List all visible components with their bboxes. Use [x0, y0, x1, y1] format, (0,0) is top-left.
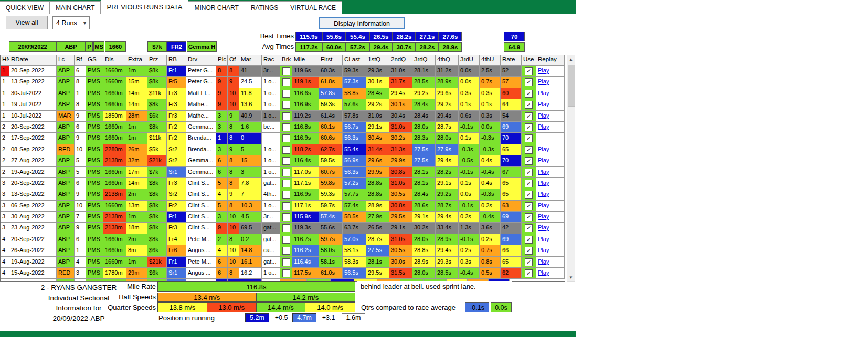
- table-cell: 9: [216, 88, 228, 99]
- use-checkbox[interactable]: ✓: [525, 112, 533, 120]
- use-checkbox[interactable]: ✓: [525, 134, 533, 142]
- scrollbar-thumb[interactable]: [568, 65, 575, 107]
- brk-checkbox[interactable]: [282, 180, 290, 187]
- column-header-4thq: 4thQ: [436, 55, 459, 66]
- brk-checkbox[interactable]: [282, 134, 290, 142]
- table-cell: 8: [75, 99, 86, 110]
- table-cell: 57.4s: [319, 212, 343, 223]
- use-checkbox[interactable]: ✓: [525, 191, 533, 199]
- runs-select[interactable]: 4 Runs ▾: [52, 16, 90, 29]
- tab-minor-chart[interactable]: MINOR CHART: [188, 1, 245, 14]
- column-header-prz: Prz: [147, 55, 167, 66]
- play-link[interactable]: Play: [538, 247, 549, 253]
- table-cell: PMS: [86, 234, 103, 245]
- tab-previous-runs-data[interactable]: PREVIOUS RUNS DATA: [101, 0, 188, 14]
- avg-time-cell: 117.2s: [295, 42, 322, 52]
- brk-checkbox[interactable]: [282, 101, 290, 109]
- scroll-down-icon[interactable]: ▼: [567, 273, 575, 281]
- use-checkbox[interactable]: ✓: [525, 224, 533, 232]
- use-checkbox[interactable]: ✓: [525, 213, 533, 221]
- brk-checkbox[interactable]: [282, 169, 290, 176]
- play-link[interactable]: Play: [538, 169, 549, 175]
- column-header-first: First: [319, 55, 343, 66]
- table-cell: 1 o...: [262, 77, 280, 88]
- use-checkbox[interactable]: ✓: [525, 258, 533, 266]
- table-cell: ABP: [57, 189, 75, 200]
- brk-cell: [280, 77, 292, 88]
- use-checkbox[interactable]: ✓: [525, 157, 533, 165]
- tab-virtual-race[interactable]: VIRTUAL RACE: [284, 1, 342, 14]
- table-cell: 1660m: [103, 234, 126, 245]
- use-checkbox[interactable]: ✓: [525, 180, 533, 187]
- play-link[interactable]: Play: [538, 269, 549, 276]
- table-cell: PMS: [86, 77, 103, 88]
- brk-checkbox[interactable]: [282, 157, 290, 165]
- table-cell: 31.0s: [389, 178, 412, 189]
- brk-checkbox[interactable]: [282, 258, 290, 266]
- tab-main-chart[interactable]: MAIN CHART: [50, 1, 101, 14]
- brk-checkbox[interactable]: [282, 224, 290, 232]
- position-value: +3.1: [319, 313, 338, 322]
- display-information-button[interactable]: Display Information: [319, 17, 405, 29]
- use-checkbox[interactable]: ✓: [525, 123, 533, 131]
- play-link[interactable]: Play: [538, 191, 549, 197]
- table-cell: 57.3s: [343, 77, 366, 88]
- table-row: 119-Jul-2022ABP8PMS1660m14m$8kFr3Mathe..…: [1, 99, 565, 110]
- play-link[interactable]: Play: [538, 213, 549, 220]
- brk-checkbox[interactable]: [282, 202, 290, 210]
- use-checkbox[interactable]: ✓: [525, 146, 533, 154]
- brk-checkbox[interactable]: [282, 269, 290, 277]
- table-cell: Clint S...: [186, 212, 216, 223]
- column-header-lc: Lc: [57, 55, 75, 66]
- use-checkbox[interactable]: ✓: [525, 202, 533, 210]
- use-checkbox[interactable]: ✓: [525, 78, 533, 86]
- play-link[interactable]: Play: [538, 236, 549, 242]
- play-link[interactable]: Play: [538, 78, 549, 85]
- use-checkbox[interactable]: ✓: [525, 101, 533, 109]
- play-link[interactable]: Play: [538, 101, 549, 107]
- brk-checkbox[interactable]: [282, 146, 290, 154]
- scroll-up-icon[interactable]: ▲: [567, 55, 575, 64]
- use-checkbox[interactable]: ✓: [525, 247, 533, 255]
- tab-ratings[interactable]: RATINGS: [245, 1, 284, 14]
- play-link[interactable]: Play: [538, 224, 549, 231]
- play-link[interactable]: Play: [538, 146, 549, 152]
- table-cell: 2: [1, 144, 9, 155]
- table-cell: 117.5s: [292, 268, 319, 279]
- table-cell: 62: [501, 268, 522, 279]
- use-checkbox[interactable]: ✓: [525, 90, 533, 98]
- brk-checkbox[interactable]: [282, 191, 290, 199]
- brk-checkbox[interactable]: [282, 123, 290, 131]
- table-cell: 29.2s: [412, 88, 436, 99]
- table-cell: 3r...: [262, 66, 280, 77]
- play-link[interactable]: Play: [538, 112, 549, 119]
- play-link[interactable]: Play: [538, 180, 549, 186]
- table-cell: $8k: [147, 234, 167, 245]
- table-cell: 57.8s: [319, 88, 343, 99]
- table-cell: 5: [75, 167, 86, 178]
- brk-checkbox[interactable]: [282, 90, 290, 98]
- play-link[interactable]: Play: [538, 258, 549, 265]
- brk-checkbox[interactable]: [282, 67, 290, 75]
- view-all-button[interactable]: View all: [6, 16, 48, 29]
- tab-quick-view[interactable]: QUICK VIEW: [0, 1, 50, 14]
- play-link[interactable]: Play: [538, 157, 549, 163]
- brk-checkbox[interactable]: [282, 213, 290, 221]
- use-checkbox[interactable]: ✓: [525, 67, 533, 75]
- play-link[interactable]: Play: [538, 202, 549, 208]
- brk-checkbox[interactable]: [282, 78, 290, 86]
- play-link[interactable]: Play: [538, 67, 549, 74]
- brk-cell: [280, 66, 292, 77]
- brk-checkbox[interactable]: [282, 112, 290, 120]
- table-cell: 0.1s: [459, 178, 480, 189]
- use-checkbox[interactable]: ✓: [525, 269, 533, 277]
- play-link[interactable]: Play: [538, 90, 549, 96]
- play-link[interactable]: Play: [538, 123, 549, 130]
- table-cell: PMS: [86, 133, 103, 144]
- brk-checkbox[interactable]: [282, 236, 290, 244]
- brk-checkbox[interactable]: [282, 247, 290, 255]
- column-header-brk: Brk: [280, 55, 292, 66]
- vertical-scrollbar[interactable]: ▲ ▼: [567, 55, 575, 282]
- use-checkbox[interactable]: ✓: [525, 169, 533, 176]
- use-checkbox[interactable]: ✓: [525, 236, 533, 244]
